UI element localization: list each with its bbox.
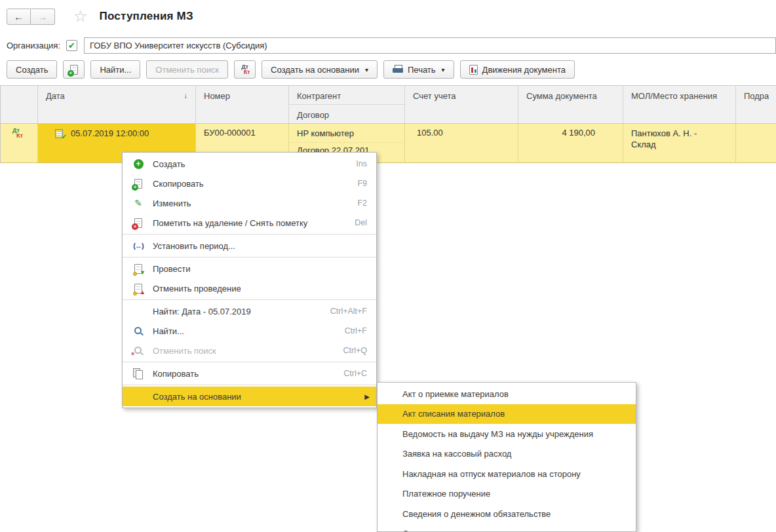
organization-label: Организация: <box>7 41 60 50</box>
menu-item-unpost[interactable]: ▲ Отменить проведение <box>123 278 376 298</box>
submenu-item-zayavka[interactable]: Заявка на кассовый расход <box>378 444 636 465</box>
menu-separator <box>123 234 376 235</box>
document-movements-label: Движения документа <box>482 65 566 75</box>
menu-item-cancel-search[interactable]: × Отменить поиск Ctrl+Q <box>123 341 376 360</box>
menu-item-create-based-on[interactable]: Создать на основании ▶ <box>123 387 376 406</box>
chevron-down-icon: ▾ <box>442 66 445 73</box>
dtkt-icon: ДтКт <box>240 64 250 75</box>
submenu-item-act-priemki[interactable]: Акт о приемке материалов <box>378 384 636 404</box>
menu-item-create[interactable]: + Создать Ins <box>123 154 376 174</box>
row-mol-cell[interactable]: Пантюхов А. Н. - Склад <box>623 124 736 162</box>
document-delete-icon: × <box>134 218 142 228</box>
header-amount[interactable]: Сумма документа <box>518 86 623 123</box>
search-cancel-icon: × <box>133 345 144 356</box>
menu-item-post[interactable]: ▼ Провести <box>123 259 376 278</box>
menu-separator <box>123 299 376 300</box>
submenu-item-storno[interactable]: Сторно <box>378 524 636 532</box>
find-button[interactable]: Найти... <box>90 60 140 79</box>
pencil-icon: ✎ <box>134 198 142 208</box>
create-button[interactable]: Создать <box>7 60 57 79</box>
app-window: ← → ☆ Поступления МЗ Организация: ✔ ГОБУ… <box>0 0 776 532</box>
submenu-item-platezhnoe[interactable]: Платежное поручение <box>378 484 636 504</box>
toolbar: Создать + Найти... Отменить поиск ДтКт С… <box>7 60 776 79</box>
favorite-star-icon[interactable]: ☆ <box>73 9 88 24</box>
check-icon: ✔ <box>68 41 75 50</box>
submenu-item-nakladnaya[interactable]: Накладная на отпуск материалов на сторон… <box>378 464 636 484</box>
forward-button[interactable]: → <box>31 9 55 25</box>
dtkt-button[interactable]: ДтКт <box>234 60 256 79</box>
cancel-search-label: Отменить поиск <box>155 65 219 75</box>
create-based-on-button[interactable]: Создать на основании ▾ <box>262 60 378 79</box>
menu-item-copy-new[interactable]: + Скопировать F9 <box>123 174 376 193</box>
row-amount-cell[interactable]: 4 190,00 <box>518 124 623 162</box>
print-button[interactable]: Печать ▾ <box>383 60 454 79</box>
top-bar: ← → ☆ Поступления МЗ <box>7 7 776 26</box>
cancel-search-button[interactable]: Отменить поиск <box>146 60 228 79</box>
document-posted-icon: ✔ <box>55 129 64 138</box>
printer-icon <box>393 65 403 74</box>
row-counterparty-value: HP компьютер <box>289 124 404 143</box>
organization-field[interactable]: ГОБУ ВПО Университет искусств (Субсидия) <box>84 37 776 54</box>
header-counterparty[interactable]: Контрагент <box>289 86 404 105</box>
menu-item-find-by-date[interactable]: Найти: Дата - 05.07.2019 Ctrl+Alt+F <box>123 301 376 321</box>
page-title: Поступления МЗ <box>100 10 193 23</box>
copy-icon <box>133 368 144 379</box>
submenu-item-svedeniya[interactable]: Сведения о денежном обязательстве <box>378 504 636 524</box>
documents-table: Дата ↓ Номер Контрагент Договор Счет уче… <box>0 85 776 163</box>
sort-desc-icon: ↓ <box>184 91 187 100</box>
document-movements-button[interactable]: Движения документа <box>460 60 575 79</box>
header-account[interactable]: Счет учета <box>405 86 518 123</box>
unpost-document-icon: ▲ <box>134 284 142 294</box>
dtkt-posted-icon: ДтКт <box>12 128 23 138</box>
find-button-label: Найти... <box>100 65 131 75</box>
table-header-row: Дата ↓ Номер Контрагент Договор Счет уче… <box>1 86 776 124</box>
header-department[interactable]: Подра <box>736 86 776 123</box>
context-menu: + Создать Ins + Скопировать F9 ✎ Изменит… <box>122 152 377 408</box>
row-date-value: 05.07.2019 12:00:00 <box>71 128 149 138</box>
menu-item-set-period[interactable]: (↔) Установить период... <box>123 236 376 256</box>
plus-circle-icon: + <box>134 159 144 169</box>
back-icon: ← <box>14 11 24 22</box>
table-row[interactable]: ДтКт ✔ 05.07.2019 12:00:00 БУ00-000001 H… <box>1 124 776 163</box>
search-icon <box>133 326 144 336</box>
create-based-on-label: Создать на основании <box>271 65 359 75</box>
menu-item-mark-deletion[interactable]: × Пометить на удаление / Снять пометку D… <box>123 213 376 233</box>
row-posted-cell[interactable]: ДтКт <box>1 124 38 162</box>
organization-value: ГОБУ ВПО Университет искусств (Субсидия) <box>90 41 267 50</box>
nav-history-group: ← → <box>7 9 55 25</box>
menu-item-copy[interactable]: Копировать Ctrl+C <box>123 364 376 383</box>
row-account-cell[interactable]: 105.00 <box>405 124 518 162</box>
create-button-label: Создать <box>16 65 48 75</box>
organization-row: Организация: ✔ ГОБУ ВПО Университет иску… <box>7 37 776 54</box>
period-icon: (↔) <box>133 242 143 250</box>
document-movements-icon <box>469 65 478 75</box>
copy-document-button[interactable]: + <box>63 60 85 79</box>
organization-checkbox[interactable]: ✔ <box>66 40 77 51</box>
copy-document-icon: + <box>70 65 78 75</box>
header-contract[interactable]: Договор <box>289 105 404 124</box>
menu-item-find[interactable]: Найти... Ctrl+F <box>123 321 376 341</box>
create-based-on-submenu: Акт о приемке материалов Акт списания ма… <box>377 382 636 532</box>
print-label: Печать <box>408 65 436 75</box>
back-button[interactable]: ← <box>7 9 31 25</box>
header-number[interactable]: Номер <box>196 86 289 123</box>
menu-item-edit[interactable]: ✎ Изменить F2 <box>123 193 376 213</box>
header-icon-column <box>1 86 38 123</box>
menu-separator <box>123 257 376 257</box>
menu-separator <box>123 385 376 385</box>
chevron-down-icon: ▾ <box>365 66 368 73</box>
document-plus-icon: + <box>134 179 142 189</box>
header-mol[interactable]: МОЛ/Место хранения <box>623 86 736 123</box>
row-department-cell[interactable] <box>736 124 776 162</box>
header-date[interactable]: Дата ↓ <box>38 86 196 123</box>
header-counterparty-contract: Контрагент Договор <box>289 86 405 123</box>
post-document-icon: ▼ <box>134 264 142 274</box>
submenu-arrow-icon: ▶ <box>364 393 370 400</box>
submenu-item-act-spisaniya[interactable]: Акт списания материалов <box>378 404 636 425</box>
menu-separator <box>123 362 376 362</box>
forward-icon: → <box>38 11 48 22</box>
submenu-item-vedomost[interactable]: Ведомость на выдачу МЗ на нужды учрежден… <box>378 424 636 444</box>
